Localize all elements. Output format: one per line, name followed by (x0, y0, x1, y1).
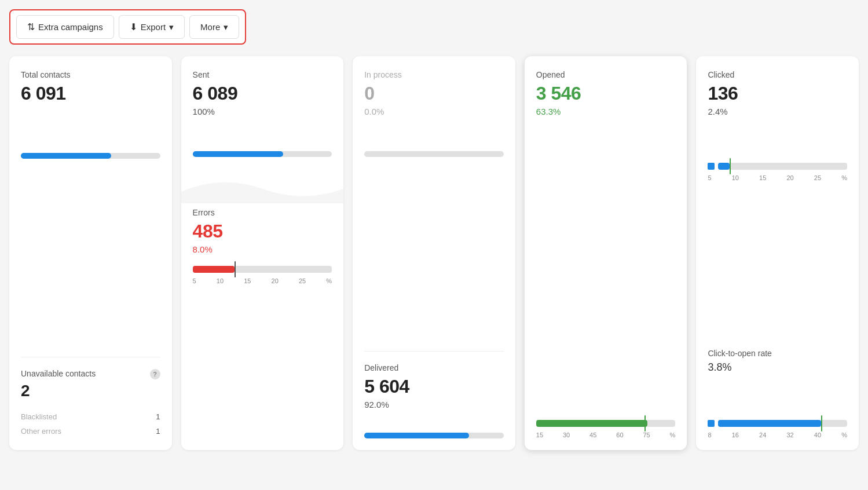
opened-label: Opened (536, 70, 676, 79)
sent-value: 6 089 (193, 83, 332, 104)
unavailable-contacts-label: Unavailable contacts (21, 369, 96, 378)
total-contacts-bar (21, 153, 160, 159)
opened-value: 3 546 (536, 83, 676, 104)
axis-pct: % (670, 432, 676, 438)
axis-label-25: 25 (299, 277, 306, 284)
errors-bar-fill (193, 266, 235, 273)
in-process-section: In process 0 0.0% (364, 70, 504, 157)
axis-30: 30 (563, 432, 570, 438)
cto-axis: 8 16 24 32 40 % (708, 432, 847, 438)
opened-section: Opened 3 546 63.3% (536, 70, 676, 116)
clicked-marker (730, 158, 731, 174)
sent-pct: 100% (193, 107, 332, 116)
axis-45: 45 (589, 432, 596, 438)
toolbar: ⇅ Extra campaigns ⬇ Export ▾ More ▾ (9, 9, 246, 45)
more-button[interactable]: More ▾ (189, 15, 239, 39)
axis-5: 5 (708, 174, 711, 181)
in-process-pct: 0.0% (364, 107, 504, 116)
clicked-value: 136 (708, 83, 847, 104)
export-button[interactable]: ⬇ Export ▾ (119, 15, 185, 39)
wave-separator (181, 174, 344, 203)
extra-campaigns-icon: ⇅ (27, 21, 35, 32)
cto-dot (708, 420, 715, 427)
in-process-card: In process 0 0.0% Delivered 5 604 92.0% (353, 56, 515, 450)
export-chevron-icon: ▾ (169, 22, 174, 32)
cto-axis-24: 24 (759, 432, 766, 438)
in-process-value: 0 (364, 83, 504, 104)
axis-10: 10 (732, 174, 739, 181)
other-errors-row: Other errors 1 (21, 424, 160, 438)
errors-chart: 5 10 15 20 25 % (193, 266, 332, 284)
export-icon: ⬇ (130, 21, 137, 32)
cto-section: Click-to-open rate 3.8% 8 16 24 32 40 % (708, 349, 847, 438)
errors-bar-track (193, 266, 332, 273)
delivered-label: Delivered (364, 363, 504, 372)
sent-bar (193, 151, 332, 157)
cto-axis-8: 8 (708, 432, 711, 438)
in-process-bar (364, 151, 504, 157)
export-label: Export (141, 22, 166, 32)
other-errors-value: 1 (156, 427, 160, 436)
sent-label: Sent (193, 70, 332, 79)
blacklisted-value: 1 (156, 412, 160, 421)
unavailable-contacts-value: 2 (21, 382, 160, 400)
cards-grid: Total contacts 6 091 Unavailable contact… (9, 56, 859, 450)
cto-bar-fill (718, 420, 821, 427)
axis-label-5: 5 (193, 277, 196, 284)
axis-20: 20 (786, 174, 793, 181)
axis-label-15: 15 (244, 277, 251, 284)
axis-60: 60 (616, 432, 623, 438)
cto-pct: 3.8% (708, 361, 847, 374)
cto-axis-32: 32 (786, 432, 793, 438)
clicked-pct: 2.4% (708, 107, 847, 116)
clicked-label: Clicked (708, 70, 847, 79)
cto-axis-40: 40 (814, 432, 821, 438)
clicked-axis: 5 10 15 20 25 % (708, 174, 847, 181)
axis-25: 25 (814, 174, 821, 181)
blacklisted-label: Blacklisted (21, 412, 57, 421)
in-process-label: In process (364, 70, 504, 79)
sent-bar-fill (193, 151, 283, 157)
errors-value: 485 (193, 221, 332, 242)
cto-axis-pct: % (841, 432, 847, 438)
cto-axis-16: 16 (732, 432, 739, 438)
axis-label-10: 10 (217, 277, 224, 284)
errors-label: Errors (193, 208, 332, 217)
clicked-chart: 5 10 15 20 25 % (708, 163, 847, 181)
sub-stats: Blacklisted 1 Other errors 1 (21, 409, 160, 438)
axis-15: 15 (536, 432, 543, 438)
axis-15: 15 (759, 174, 766, 181)
opened-bar-track (536, 420, 676, 427)
info-icon[interactable]: ? (150, 369, 160, 379)
total-contacts-bar-fill (21, 153, 111, 159)
blacklisted-row: Blacklisted 1 (21, 409, 160, 424)
cto-bar-track (718, 420, 847, 427)
cto-label: Click-to-open rate (708, 349, 847, 358)
cto-marker (821, 415, 822, 432)
errors-axis: 5 10 15 20 25 % (193, 277, 332, 284)
clicked-bar-fill (718, 163, 730, 170)
errors-section: Errors 485 8.0% 5 10 15 20 25 % (193, 208, 332, 284)
clicked-section: Clicked 136 2.4% 5 10 15 20 25 % (708, 70, 847, 181)
more-label: More (200, 22, 220, 32)
clicked-dot (708, 163, 715, 170)
more-chevron-icon: ▾ (224, 22, 228, 32)
errors-marker (235, 261, 236, 277)
axis-pct2: % (841, 174, 847, 181)
clicked-card: Clicked 136 2.4% 5 10 15 20 25 % (696, 56, 859, 450)
other-errors-label: Other errors (21, 427, 61, 436)
opened-bar-fill (536, 420, 647, 427)
cto-chart: 8 16 24 32 40 % (708, 420, 847, 438)
opened-pct: 63.3% (536, 107, 676, 116)
sent-section: Sent 6 089 100% (193, 70, 332, 157)
total-contacts-label: Total contacts (21, 70, 160, 79)
sent-card: Sent 6 089 100% Errors 485 8.0% (181, 56, 344, 450)
axis-label-20: 20 (272, 277, 279, 284)
total-contacts-value: 6 091 (21, 83, 160, 104)
delivered-pct: 92.0% (364, 400, 504, 409)
extra-campaigns-button[interactable]: ⇅ Extra campaigns (16, 15, 114, 39)
delivered-value: 5 604 (364, 376, 504, 397)
total-contacts-card: Total contacts 6 091 Unavailable contact… (9, 56, 172, 450)
clicked-bar-track (718, 163, 847, 170)
opened-card: Opened 3 546 63.3% 15 30 45 60 75 % (525, 56, 687, 450)
